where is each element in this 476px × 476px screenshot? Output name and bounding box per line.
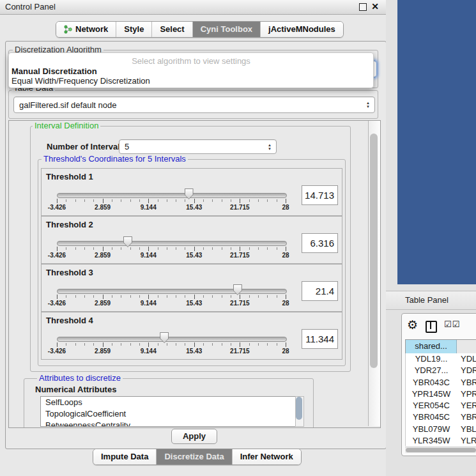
threshold-2-panel: Threshold 2 -3.426 2.859 9.144 15.43 21.… xyxy=(41,216,342,264)
tick-label: 28 xyxy=(282,348,289,355)
cell: YBR043C xyxy=(406,377,457,388)
tab-discretize-data[interactable]: Discretize Data xyxy=(157,449,232,464)
threshold-3-slider[interactable] xyxy=(57,289,287,294)
cell: YDR27... xyxy=(406,365,457,376)
split-columns-icon[interactable] xyxy=(426,321,437,333)
apply-button[interactable]: Apply xyxy=(171,429,217,444)
table-panel-titlebar: Table Panel xyxy=(386,291,476,310)
tab-cyni-toolbox[interactable]: Cyni Toolbox xyxy=(193,22,261,37)
threshold-2-value-field[interactable]: 6.316 xyxy=(302,233,338,253)
tab-impute-data[interactable]: Impute Data xyxy=(93,449,157,464)
tick-label: 9.144 xyxy=(141,204,157,211)
tick-label: -3.426 xyxy=(48,300,66,307)
tab-impute-data-label: Impute Data xyxy=(101,449,148,464)
tick-label: 28 xyxy=(282,252,289,259)
cell: YPR1 xyxy=(457,388,476,400)
slider-major-ticks xyxy=(57,199,286,203)
tab-style[interactable]: Style xyxy=(116,22,152,37)
tick-label: 28 xyxy=(282,300,289,307)
cell: YLR345W xyxy=(406,435,457,446)
column-header-shared-name[interactable]: shared... xyxy=(406,340,457,354)
table-panel-title: Table Panel xyxy=(405,291,449,309)
cell: YER054C xyxy=(406,400,457,411)
table-row[interactable]: YPR145W YPR1 xyxy=(406,388,476,400)
cell: YBL0 xyxy=(457,424,476,435)
control-panel-tabbar: Network Style Select Cyni Toolbox jActiv… xyxy=(56,21,344,38)
tab-jactivemnodules[interactable]: jActiveMNodules xyxy=(261,22,343,37)
tab-infer-network[interactable]: Infer Network xyxy=(233,449,301,464)
threshold-1-slider[interactable] xyxy=(57,193,287,198)
cell: YER0 xyxy=(457,400,476,411)
cell: YLR3 xyxy=(457,435,476,446)
tick-label: 2.859 xyxy=(95,348,111,355)
table-data-combobox-value: galFiltered.sif default node xyxy=(14,100,364,110)
table-horizontal-scrollbar-thumb[interactable] xyxy=(406,448,476,452)
table-row[interactable]: YBR043C YBR0 xyxy=(406,377,476,388)
table-horizontal-scrollbar[interactable] xyxy=(405,447,476,453)
table-row[interactable]: YLR345W YLR3 xyxy=(406,435,476,446)
cell: YDL19... xyxy=(406,353,457,365)
threshold-1-panel: Threshold 1 -3.426 2.859 9.144 15.43 21.… xyxy=(41,168,342,216)
table-row[interactable]: YER054C YER0 xyxy=(406,400,476,411)
settings-scrollbar-thumb[interactable] xyxy=(370,134,378,368)
slider-major-ticks xyxy=(57,247,286,251)
control-panel: Control Panel ✕ Network Style xyxy=(0,0,387,476)
tab-style-label: Style xyxy=(124,22,144,37)
slider-tick-labels: -3.426 2.859 9.144 15.43 21.715 28 xyxy=(57,204,286,211)
table-panel-toolbar: ⚙ ☑☑ xyxy=(402,314,476,338)
dropdown-option-manual-discretization[interactable]: Manual Discretization xyxy=(12,66,371,76)
tick-label: 21.715 xyxy=(230,300,250,307)
column-header-name[interactable]: n xyxy=(457,340,476,354)
table-data-combobox[interactable]: galFiltered.sif default node ▲▼ xyxy=(13,96,375,113)
tick-label: 9.144 xyxy=(141,252,157,259)
threshold-4-value-field[interactable]: 11.344 xyxy=(302,329,338,349)
tab-infer-network-label: Infer Network xyxy=(240,449,293,464)
network-view-frame: GAL80 GAL11 GAL4 GCY1 HAP2 GA C H xyxy=(397,0,476,284)
threshold-2-label: Threshold 2 xyxy=(46,220,93,229)
cell: YPR145W xyxy=(406,388,457,400)
table-row[interactable]: YBL079W YBL0 xyxy=(406,424,476,435)
bottom-tabbar: Impute Data Discretize Data Infer Networ… xyxy=(93,449,302,465)
tab-network[interactable]: Network xyxy=(56,22,116,37)
float-window-icon[interactable] xyxy=(359,3,367,11)
threshold-3-panel: Threshold 3 -3.426 2.859 9.144 15.43 21.… xyxy=(41,264,342,312)
slider-major-ticks xyxy=(57,342,286,347)
tick-label: 9.144 xyxy=(141,348,157,355)
network-icon xyxy=(64,25,72,34)
control-panel-title: Control Panel xyxy=(5,0,56,14)
table-header-row: shared... n xyxy=(405,339,476,355)
interval-definition-label: Interval Definition xyxy=(33,121,100,130)
tick-label: 21.715 xyxy=(230,252,250,259)
threshold-4-label: Threshold 4 xyxy=(46,316,93,325)
table-row[interactable]: YBR045C YBR0 xyxy=(406,411,476,423)
threshold-3-label: Threshold 3 xyxy=(46,268,93,277)
attributes-list-scrollbar-thumb[interactable] xyxy=(296,397,302,420)
table-panel: ⚙ ☑☑ shared... n YDL19... YDL1 YDR27... … xyxy=(401,313,476,456)
tick-label: 2.859 xyxy=(95,300,111,307)
dropdown-placeholder-option[interactable]: Select algorithm to view settings xyxy=(12,56,371,66)
threshold-1-value-field[interactable]: 14.713 xyxy=(302,185,338,205)
list-item[interactable]: BetweennessCentrality xyxy=(41,420,295,427)
number-of-intervals-combobox[interactable]: 5 ▲▼ xyxy=(119,139,277,154)
gear-icon[interactable]: ⚙ xyxy=(407,318,418,332)
tick-label: 15.43 xyxy=(186,348,202,355)
tick-label: -3.426 xyxy=(48,204,66,211)
threshold-2-slider[interactable] xyxy=(57,241,287,246)
dropdown-option-equal-width-frequency[interactable]: Equal Width/Frequency Discretization xyxy=(12,76,371,86)
attributes-group-label: Attributes to discretize xyxy=(37,374,123,382)
slider-tick-labels: -3.426 2.859 9.144 15.43 21.715 28 xyxy=(57,348,286,355)
cell: YBR045C xyxy=(406,411,457,423)
tab-select[interactable]: Select xyxy=(152,22,192,37)
threshold-4-slider[interactable] xyxy=(57,337,287,342)
close-icon[interactable]: ✕ xyxy=(371,2,380,11)
tick-label: -3.426 xyxy=(48,348,66,355)
table-row[interactable]: YDR27... YDR2 xyxy=(406,365,476,376)
table-body: YDL19... YDL1 YDR27... YDR2 YBR043C YBR0… xyxy=(405,353,476,446)
threshold-3-value-field[interactable]: 21.4 xyxy=(302,281,338,301)
list-item[interactable]: TopologicalCoefficient xyxy=(41,408,295,420)
list-item[interactable]: SelfLoops xyxy=(41,397,295,408)
tab-cyni-toolbox-label: Cyni Toolbox xyxy=(201,22,252,37)
number-of-intervals-value: 5 xyxy=(119,142,265,151)
select-columns-icon[interactable]: ☑☑ xyxy=(444,319,460,329)
table-row[interactable]: YDL19... YDL1 xyxy=(406,353,476,365)
